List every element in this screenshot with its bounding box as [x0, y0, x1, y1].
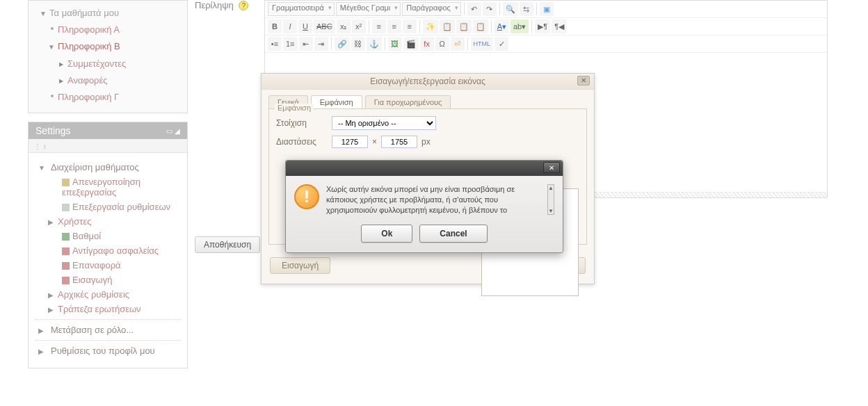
- set-disable-edit[interactable]: Απενεργοποίηση επεξεργασίας: [47, 174, 180, 200]
- warning-icon: !: [294, 184, 319, 209]
- text-color-button[interactable]: A▾: [495, 19, 509, 33]
- align-center-button[interactable]: ≡: [387, 19, 401, 33]
- nav-participants[interactable]: ▶ Συμμετέχοντες: [34, 56, 182, 72]
- fullscreen-button[interactable]: ▣: [540, 2, 554, 16]
- nav-my-courses[interactable]: ▼ Τα μαθήματά μου: [34, 5, 182, 22]
- nav-my-courses-label: Τα μαθήματά μου: [49, 8, 119, 18]
- nav-reports-label: Αναφορές: [67, 75, 108, 86]
- set-users[interactable]: ▶Χρήστες: [47, 214, 180, 229]
- help-icon[interactable]: ?: [239, 1, 248, 10]
- nav-course-b-label: Πληροφορική Β: [58, 41, 120, 51]
- settings-block: Settings ▭ ◢ ⋮ ↕ ▼ Διαχείριση μαθήματος …: [28, 122, 188, 368]
- link-button[interactable]: 🔗: [335, 37, 350, 51]
- nav-reports[interactable]: ▶ Αναφορές: [34, 72, 182, 89]
- restore-icon: [62, 262, 70, 270]
- paste-text-button[interactable]: 📋: [440, 19, 455, 33]
- bullet-icon: [51, 27, 54, 30]
- nav-course-a[interactable]: Πληροφορική Α: [34, 22, 182, 38]
- cleanup-button[interactable]: ✨: [423, 19, 438, 33]
- nbsp-button[interactable]: ⏎: [451, 37, 465, 51]
- paste-word-button[interactable]: 📋: [456, 19, 472, 33]
- format-select[interactable]: Παράγραφος: [402, 2, 461, 16]
- dialog-insert-button[interactable]: Εισαγωγή: [270, 257, 330, 274]
- sub-button[interactable]: x₂: [337, 19, 351, 33]
- align-label: Στοίχιση: [276, 118, 332, 128]
- width-input[interactable]: [332, 136, 368, 148]
- font-family-select[interactable]: Γραμματοσειρά: [268, 2, 335, 16]
- ul-button[interactable]: •≡: [268, 37, 282, 51]
- alert-scrollbar[interactable]: ▲▼: [547, 184, 554, 215]
- spellcheck-button[interactable]: ✓: [495, 37, 508, 51]
- nav-course-c[interactable]: Πληροφορική Γ: [34, 89, 182, 106]
- undo-button[interactable]: ↶: [467, 2, 481, 16]
- set-question-bank[interactable]: ▶Τράπεζα ερωτήσεων: [47, 302, 180, 316]
- replace-button[interactable]: ⇆: [520, 2, 533, 16]
- sup-button[interactable]: x²: [352, 19, 366, 33]
- html-button[interactable]: HTML: [471, 37, 494, 51]
- set-course-admin-label: Διαχείριση μαθήματος: [51, 162, 139, 172]
- gear-icon: [62, 204, 70, 211]
- set-reset[interactable]: ▶Αρχικές ρυθμίσεις: [47, 287, 180, 302]
- unlink-button[interactable]: ⛓: [351, 37, 365, 51]
- set-restore[interactable]: Επαναφορά: [47, 258, 180, 273]
- set-backup[interactable]: Αντίγραφο ασφαλείας: [47, 243, 180, 258]
- triangle-icon: ▶: [48, 218, 54, 226]
- outdent-button[interactable]: ⇤: [299, 37, 313, 51]
- triangle-icon: ▶: [38, 348, 44, 355]
- tab-advanced[interactable]: Για προχωρημένους: [365, 95, 451, 108]
- strike-button[interactable]: ABC: [314, 19, 335, 33]
- alert-titlebar[interactable]: ✕: [286, 161, 563, 176]
- alert-modal: ✕ ! Χωρίς αυτήν εικόνα μπορεί να μην είν…: [285, 160, 563, 253]
- triangle-icon: ▶: [59, 77, 63, 85]
- indent-button[interactable]: ⇥: [314, 37, 328, 51]
- anchor-button[interactable]: ⚓: [367, 37, 382, 51]
- triangle-icon: ▶: [38, 327, 44, 334]
- nav-participants-label: Συμμετέχοντες: [67, 58, 126, 69]
- ltr-button[interactable]: ▶¶: [535, 19, 550, 33]
- dimensions-label: Διαστάσεις: [276, 137, 332, 147]
- italic-button[interactable]: I: [283, 19, 297, 33]
- chevron-down-icon: ▼: [38, 164, 45, 172]
- chevron-down-icon: ▼: [40, 9, 47, 19]
- nav-course-b[interactable]: ▼ Πληροφορική Β: [34, 38, 182, 55]
- align-right-button[interactable]: ≡: [403, 19, 417, 33]
- set-course-admin[interactable]: ▼ Διαχείριση μαθήματος: [35, 160, 180, 174]
- rtl-button[interactable]: ¶◀: [552, 19, 567, 33]
- triangle-icon: ▶: [59, 60, 63, 68]
- font-size-select[interactable]: Μέγεθος Γραμι: [336, 2, 401, 16]
- set-grades[interactable]: Βαθμοί: [47, 229, 180, 243]
- set-switch-role[interactable]: ▶ Μετάβαση σε ρόλο...: [35, 323, 180, 337]
- alert-close-button[interactable]: ✕: [543, 162, 560, 173]
- tab-appearance[interactable]: Εμφάνιση: [311, 95, 362, 108]
- align-select[interactable]: -- Μη ορισμένο --: [332, 116, 436, 130]
- set-edit-settings[interactable]: Επεξεργασία ρυθμίσεων: [47, 200, 180, 214]
- save-button[interactable]: Αποθήκευση: [195, 236, 260, 253]
- ol-button[interactable]: 1≡: [283, 37, 298, 51]
- underline-button[interactable]: U: [298, 19, 312, 33]
- alert-ok-button[interactable]: Ok: [361, 225, 412, 243]
- alert-cancel-button[interactable]: Cancel: [419, 225, 487, 243]
- backup-icon: [62, 247, 70, 255]
- triangle-icon: ▶: [48, 291, 54, 299]
- redo-button[interactable]: ↷: [483, 2, 497, 16]
- settings-header: Settings ▭ ◢: [29, 122, 187, 139]
- bold-button[interactable]: B: [268, 19, 282, 33]
- align-left-button[interactable]: ≡: [372, 19, 386, 33]
- height-input[interactable]: [381, 136, 417, 148]
- nav-courses: ▼ Τα μαθήματά μου Πληροφορική Α ▼ Πληροφ…: [28, 0, 188, 113]
- triangle-icon: ▶: [48, 306, 54, 314]
- dialog-close-button[interactable]: ✕: [577, 76, 590, 86]
- settings-collapse-icon[interactable]: ▭ ◢: [166, 127, 180, 135]
- bg-color-button[interactable]: ab▾: [511, 19, 529, 33]
- equation-button[interactable]: fx: [420, 37, 434, 51]
- find-button[interactable]: 🔍: [503, 2, 518, 16]
- settings-toolbar: ⋮ ↕: [29, 139, 187, 153]
- image-button[interactable]: 🖼: [388, 37, 402, 51]
- alert-message: Χωρίς αυτήν εικόνα μπορεί να μην είναι π…: [326, 184, 540, 215]
- remove-format-button[interactable]: 📋: [473, 19, 488, 33]
- media-button[interactable]: 🎬: [403, 37, 419, 51]
- dialog-title: Εισαγωγή/επεξεργασία εικόνας ✕: [262, 74, 594, 90]
- omega-button[interactable]: Ω: [435, 37, 449, 51]
- set-profile[interactable]: ▶ Ρυθμίσεις του προφίλ μου: [35, 343, 180, 358]
- set-import[interactable]: Εισαγωγή: [47, 273, 180, 287]
